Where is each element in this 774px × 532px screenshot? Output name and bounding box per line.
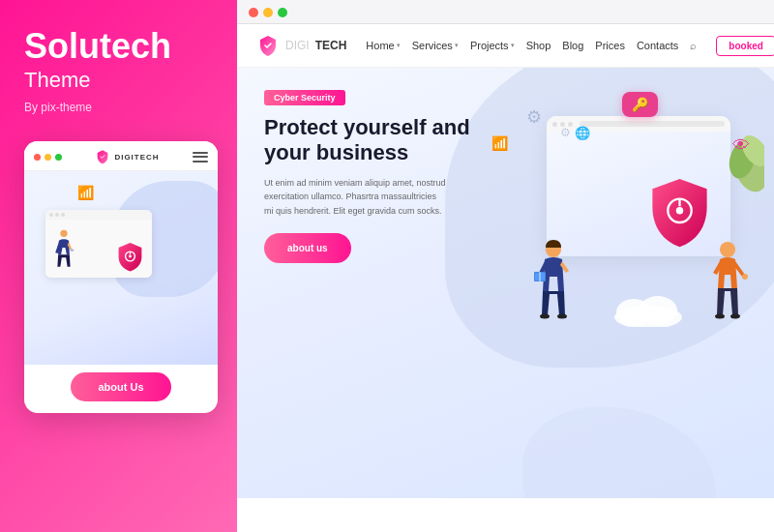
mobile-illustration xyxy=(36,191,206,336)
gear-icon-small: ⚙ xyxy=(560,126,571,139)
brand-subtitle: Theme xyxy=(24,68,90,93)
cyber-security-badge: Cyber Security xyxy=(264,90,345,105)
mobile-logo-shield-icon xyxy=(95,149,110,164)
person-left-hero xyxy=(532,238,576,339)
hero-text-col: Cyber Security Protect yourself and your… xyxy=(264,87,487,263)
dot-green xyxy=(55,154,62,161)
browser-dot-red xyxy=(249,8,258,17)
mobile-hamburger-icon[interactable] xyxy=(193,152,208,163)
logo-digi: DIGI xyxy=(285,39,310,52)
browser-dot-yellow xyxy=(263,8,273,17)
browser-dot-green xyxy=(278,8,287,17)
svg-point-23 xyxy=(639,296,677,325)
nav-shop[interactable]: Shop xyxy=(526,40,551,51)
brand-by: By pix-theme xyxy=(24,101,92,114)
mobile-top-bar: DIGITECH xyxy=(24,141,218,171)
globe-icon: 🌐 xyxy=(575,126,590,140)
nav-home[interactable]: Home ▾ xyxy=(366,40,400,51)
svg-point-3 xyxy=(60,230,67,237)
hero-heading: Protect yourself and your business xyxy=(264,115,487,166)
nav-links: Home ▾ Services ▾ Projects ▾ Shop Blog P… xyxy=(366,40,697,51)
cloud-svg-1 xyxy=(610,293,687,327)
about-us-button[interactable]: about us xyxy=(264,233,351,263)
browser-dots-row xyxy=(249,8,762,17)
hero-section: Cyber Security Protect yourself and your… xyxy=(237,68,774,532)
bottom-white-area xyxy=(237,498,774,532)
logo-tech: TECH xyxy=(315,39,347,52)
svg-point-6 xyxy=(676,207,684,215)
left-panel: Solutech Theme By pix-theme xyxy=(0,0,237,532)
right-panel: DIGITECH Home ▾ Services ▾ Projects ▾ Sh… xyxy=(237,0,774,532)
browser-chrome xyxy=(237,0,774,24)
key-badge: 🔑 xyxy=(622,92,658,117)
plant-deco xyxy=(711,116,764,207)
dot-red xyxy=(34,154,41,161)
mobile-content: 📶 xyxy=(24,171,218,365)
mobile-mockup: DIGITECH 📶 xyxy=(24,141,218,413)
svg-point-19 xyxy=(730,314,740,319)
shield-in-hero-browser xyxy=(643,174,716,256)
site-logo: DIGITECH xyxy=(256,34,346,57)
person-left-mobile xyxy=(53,222,74,276)
svg-point-13 xyxy=(557,314,567,319)
site-logo-shield-icon xyxy=(256,34,280,57)
svg-point-18 xyxy=(715,314,725,319)
browser-mini xyxy=(45,210,152,278)
mobile-dots xyxy=(34,154,62,161)
brand-title: Solutech xyxy=(24,29,171,64)
shield-in-browser xyxy=(113,237,147,276)
svg-point-20 xyxy=(742,274,748,280)
nav-prices[interactable]: Prices xyxy=(595,40,625,51)
gear-icon-large: ⚙ xyxy=(526,106,542,128)
svg-point-1 xyxy=(129,255,132,258)
cloud-1 xyxy=(610,293,687,331)
person-woman-svg xyxy=(532,238,576,335)
person-man-svg xyxy=(706,238,750,335)
booked-button[interactable]: booked xyxy=(716,36,774,56)
mobile-about-us-button[interactable]: about Us xyxy=(71,372,170,401)
search-icon[interactable]: ⌕ xyxy=(690,40,697,51)
mobile-logo: DIGITECH xyxy=(95,149,159,164)
svg-point-17 xyxy=(720,242,735,257)
eye-icon: 👁 xyxy=(732,135,750,156)
browser-mini-bar xyxy=(45,210,152,220)
nav-blog[interactable]: Blog xyxy=(562,40,583,51)
dot-yellow xyxy=(45,154,51,161)
nav-projects[interactable]: Projects ▾ xyxy=(470,40,515,51)
person-right-hero xyxy=(706,238,750,339)
mobile-logo-text: DIGITECH xyxy=(114,153,159,162)
hero-body-text: Ut enim ad minim veniam aliquip amet, no… xyxy=(264,176,448,218)
nav-services[interactable]: Services ▾ xyxy=(412,40,459,51)
site-navbar: DIGITECH Home ▾ Services ▾ Projects ▾ Sh… xyxy=(237,24,774,68)
wifi-icon: 📶 xyxy=(491,135,508,151)
svg-point-12 xyxy=(540,314,550,319)
nav-contacts[interactable]: Contacts xyxy=(637,40,678,51)
hero-illustration: ⚙ ⚙ 📶 🔑 🌐 👁 xyxy=(464,77,764,348)
svg-rect-4 xyxy=(71,250,74,251)
plant-svg xyxy=(711,116,764,203)
